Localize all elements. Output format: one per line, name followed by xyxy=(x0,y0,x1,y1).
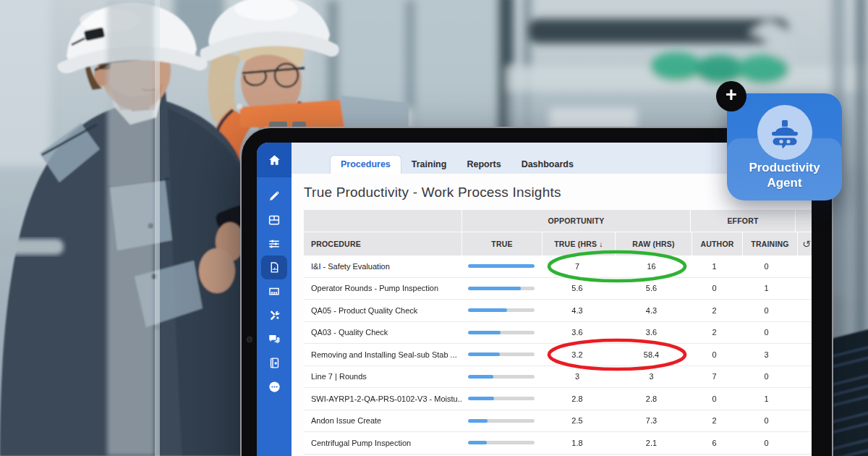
agent-card-label: Productivity Agent xyxy=(727,160,842,191)
progress-bar-fill xyxy=(468,352,500,356)
progress-bar-fill xyxy=(468,397,494,400)
table-row[interactable]: I&I - Safety Evaluation 7 16 1 0 xyxy=(304,256,812,278)
table-row[interactable]: Andon Issue Create 2.5 7.3 2 0 xyxy=(304,410,812,433)
author-value: 0 xyxy=(689,278,739,300)
progress-bar-fill xyxy=(468,287,521,290)
author-value: 0 xyxy=(689,388,739,410)
progress-bar-track xyxy=(468,397,535,400)
row-end-cell xyxy=(793,366,811,388)
procedure-name: Andon Issue Create xyxy=(304,410,461,432)
raw-hrs-value: 3.6 xyxy=(613,322,689,344)
author-value: 2 xyxy=(689,322,739,344)
sidebar-item-home[interactable] xyxy=(257,143,292,177)
col-raw-hrs[interactable]: RAW (HRS) xyxy=(616,232,692,256)
app-sidebar xyxy=(257,143,292,456)
true-bar-cell xyxy=(461,256,541,277)
true-hrs-value: 2.5 xyxy=(541,410,613,432)
training-value: 1 xyxy=(739,388,793,410)
sidebar-item-notebook[interactable] xyxy=(261,351,287,375)
productivity-agent-card[interactable]: Productivity Agent xyxy=(727,93,842,200)
true-bar-cell xyxy=(461,410,541,432)
procedure-name: Removing and Installing Seal-sub Stab ..… xyxy=(304,344,461,366)
table-body: I&I - Safety Evaluation 7 16 1 0 Operato… xyxy=(304,256,812,455)
training-value: 0 xyxy=(739,410,793,432)
sidebar-item-sitemap[interactable] xyxy=(261,279,287,303)
agent-avatar xyxy=(757,105,812,160)
col-training[interactable]: TRAINING xyxy=(743,232,797,256)
procedure-name: Operator Rounds - Pump Inspection xyxy=(304,278,461,300)
progress-bar-track xyxy=(468,308,535,312)
true-bar-cell xyxy=(461,300,541,321)
table-row[interactable]: Operator Rounds - Pump Inspection 5.6 5.… xyxy=(304,278,812,300)
procedure-name: QA05 - Product Quality Check xyxy=(304,300,461,321)
sidebar-item-report[interactable] xyxy=(261,256,287,279)
progress-bar-track xyxy=(468,264,535,268)
sidebar-item-tools[interactable] xyxy=(261,303,287,327)
true-bar-cell xyxy=(461,278,541,300)
progress-bar-track xyxy=(468,331,535,334)
author-value: 7 xyxy=(689,366,739,388)
table-row[interactable]: Line 7 | Rounds 3 3 7 0 xyxy=(304,366,812,389)
more-icon xyxy=(268,380,281,394)
progress-bar-fill xyxy=(468,331,501,334)
sidebar-item-filters[interactable] xyxy=(261,232,287,256)
table-row[interactable]: Removing and Installing Seal-sub Stab ..… xyxy=(304,344,812,366)
row-end-cell xyxy=(793,388,811,410)
true-hrs-value: 4.3 xyxy=(541,300,613,321)
true-hrs-value: 5.6 xyxy=(541,278,613,300)
author-value: 2 xyxy=(689,410,739,432)
tab-dashboards[interactable]: Dashboards xyxy=(511,156,584,174)
home-icon xyxy=(268,153,281,167)
col-author[interactable]: AUTHOR xyxy=(692,232,742,256)
table-column-header: PROCEDURE TRUE TRUE (HRS ↓ RAW (HRS) AUT… xyxy=(304,232,812,256)
sidebar-item-more[interactable] xyxy=(261,375,287,399)
report-icon xyxy=(268,261,281,274)
tab-training[interactable]: Training xyxy=(401,156,457,174)
row-end-cell xyxy=(793,322,811,344)
procedure-name: Centrifugal Pump Inspection xyxy=(304,432,461,454)
progress-bar-track xyxy=(468,287,535,290)
row-end-cell xyxy=(793,300,811,321)
tab-reports[interactable]: Reports xyxy=(456,156,511,174)
chat-icon xyxy=(268,333,281,346)
group-header-opportunity: OPPORTUNITY xyxy=(462,210,690,232)
raw-hrs-value: 58.4 xyxy=(613,344,689,366)
progress-bar-track xyxy=(468,375,535,379)
table-row[interactable]: Centrifugal Pump Inspection 1.8 2.1 6 0 xyxy=(304,432,812,455)
sidebar-item-cards[interactable] xyxy=(261,208,287,232)
tools-icon xyxy=(268,309,281,321)
sitemap-icon xyxy=(268,285,281,298)
group-header-blank xyxy=(304,210,461,232)
table-row[interactable]: QA05 - Product Quality Check 4.3 4.3 2 0 xyxy=(304,300,812,322)
cards-icon xyxy=(268,214,281,227)
col-procedure[interactable]: PROCEDURE xyxy=(304,232,461,256)
progress-bar-fill xyxy=(468,375,493,379)
true-hrs-value: 3.6 xyxy=(541,322,613,344)
robot-hardhat-icon xyxy=(767,115,802,150)
col-true-hrs[interactable]: TRUE (HRS ↓ xyxy=(542,232,615,256)
row-end-cell xyxy=(793,278,811,300)
procedure-name: Line 7 | Rounds xyxy=(304,366,461,388)
progress-bar-track xyxy=(468,441,535,444)
true-hrs-value: 2.8 xyxy=(541,388,613,410)
raw-hrs-value: 7.3 xyxy=(613,410,689,432)
col-true[interactable]: TRUE xyxy=(462,232,542,256)
table-group-header: OPPORTUNITY EFFORT xyxy=(304,210,812,232)
group-header-effort: EFFORT xyxy=(691,210,795,232)
raw-hrs-value: 2.1 xyxy=(613,432,689,454)
true-bar-cell xyxy=(461,344,541,366)
refresh-icon[interactable]: ↺ xyxy=(798,232,812,256)
raw-hrs-value: 16 xyxy=(613,256,689,277)
training-value: 0 xyxy=(739,432,793,454)
training-value: 3 xyxy=(739,344,793,366)
progress-bar-fill xyxy=(468,308,507,312)
add-agent-button[interactable]: + xyxy=(716,81,746,111)
sidebar-item-edit[interactable] xyxy=(261,184,287,208)
table-row[interactable]: QA03 - Quality Check 3.6 3.6 2 0 xyxy=(304,322,812,345)
sidebar-item-chat[interactable] xyxy=(261,327,287,351)
tab-procedures[interactable]: Procedures xyxy=(330,155,401,174)
tablet-camera xyxy=(247,337,252,342)
table-row[interactable]: SWI-AYRP1-2-QA-PRS-0102-V3 - Moistu... 2… xyxy=(304,388,812,410)
row-end-cell xyxy=(793,344,811,366)
training-value: 1 xyxy=(739,278,793,300)
